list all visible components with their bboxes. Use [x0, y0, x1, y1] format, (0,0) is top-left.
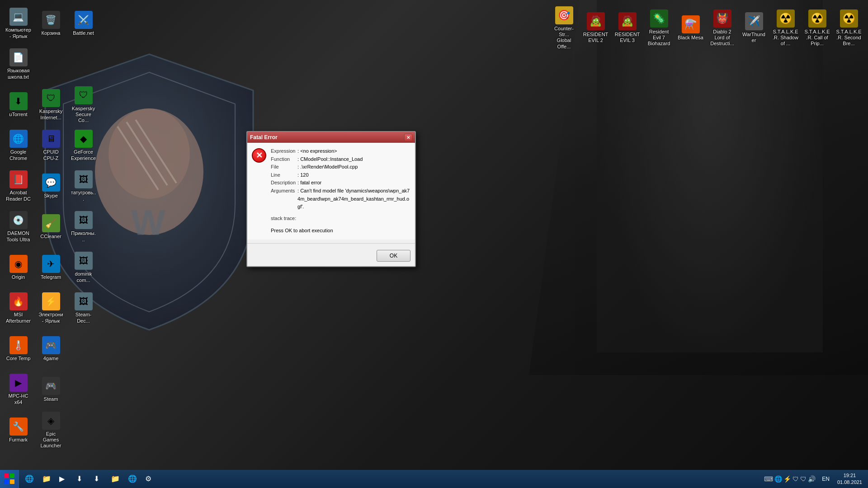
media-icon: ▶	[59, 474, 68, 483]
systray-sound-icon[interactable]: 🔊	[808, 475, 816, 483]
function-value: : CModelPool::Instance_Load	[297, 155, 410, 164]
explorer-icon: 📁	[42, 474, 51, 483]
function-label: Function	[271, 155, 297, 164]
dialog-title: Fatal Error	[250, 134, 278, 141]
dialog-separator	[247, 243, 415, 244]
error-text-block: Expression : <no expression> Function : …	[271, 147, 410, 235]
taskbar-clock[interactable]: 19:21 01.08.2021	[834, 472, 866, 486]
ok-button[interactable]: OK	[377, 250, 410, 262]
expression-value: : <no expression>	[297, 147, 410, 155]
dialog-content-area: ✕ Expression : <no expression> Function …	[252, 147, 410, 235]
language-indicator[interactable]: EN	[820, 476, 832, 482]
taskbar-settings[interactable]: ⚙	[142, 471, 158, 487]
taskbar-gamefolder[interactable]: 📁	[107, 471, 123, 487]
clock-date: 01.08.2021	[837, 479, 862, 486]
description-value: : fatal error	[297, 179, 410, 187]
utorrent2-tb-icon: ⬇	[94, 474, 103, 483]
press-ok-message: Press OK to abort execution	[271, 227, 410, 235]
systray-shield1-icon[interactable]: 🛡	[793, 475, 799, 483]
taskbar-ie[interactable]: 🌐	[21, 471, 38, 487]
settings-tb-icon: ⚙	[145, 474, 154, 483]
utorrent-tb-icon: ⬇	[76, 474, 85, 483]
file-label: File	[271, 163, 297, 171]
stack-trace-label: stack trace:	[271, 216, 296, 221]
arguments-value: : Can't find model file 'dynamics\weapon…	[297, 187, 410, 211]
error-icon: ✕	[252, 148, 266, 163]
stack-trace-text: stack trace:	[271, 215, 410, 223]
taskbar-programs-area: 🌐 📁 ▶ ⬇ ⬇ 📁 🌐 ⚙	[19, 470, 160, 488]
systray-shield2-icon[interactable]: 🛡	[800, 475, 807, 483]
line-value: : 120	[297, 171, 410, 179]
fatal-error-dialog: Fatal Error ✕ ✕ Expression	[246, 131, 416, 267]
gamefolder-icon: 📁	[111, 474, 120, 483]
dialog-body: ✕ Expression : <no expression> Function …	[247, 143, 415, 239]
error-x-icon: ✕	[256, 150, 263, 160]
systray-keyboard-icon[interactable]: ⌨	[764, 475, 773, 483]
desktop: 🎯 Counter-Str... Global Offe... 🧟 RESIDE…	[0, 0, 868, 488]
taskbar-media[interactable]: ▶	[56, 471, 72, 487]
chrome-tb-icon: 🌐	[128, 474, 137, 483]
systray-lightning-icon[interactable]: ⚡	[783, 475, 791, 483]
dialog-overlay: Fatal Error ✕ ✕ Expression	[0, 0, 868, 488]
taskbar: 🌐 📁 ▶ ⬇ ⬇ 📁 🌐 ⚙ ⌨ 🌐 ⚡ 🛡 🛡	[0, 470, 868, 488]
description-label: Description	[271, 179, 297, 187]
expression-label: Expression	[271, 147, 297, 155]
ie-icon: 🌐	[25, 474, 34, 483]
dialog-footer: OK	[247, 247, 415, 266]
start-button[interactable]	[0, 470, 19, 488]
file-value: : .\xrRender\ModelPool.cpp	[297, 163, 410, 171]
dialog-titlebar: Fatal Error ✕	[247, 132, 415, 143]
systray-network-icon[interactable]: 🌐	[774, 475, 782, 483]
taskbar-utorrent2[interactable]: ⬇	[90, 471, 106, 487]
taskbar-utorrent[interactable]: ⬇	[73, 471, 89, 487]
clock-time: 19:21	[844, 472, 856, 479]
taskbar-right-area: ⌨ 🌐 ⚡ 🛡 🛡 🔊 EN 19:21 01.08.2021	[760, 470, 868, 488]
ok-button-label: OK	[390, 253, 397, 259]
windows-logo-icon	[4, 474, 15, 484]
taskbar-chrome[interactable]: 🌐	[124, 471, 141, 487]
taskbar-explorer[interactable]: 📁	[38, 471, 55, 487]
close-icon: ✕	[406, 135, 410, 140]
arguments-label: Arguments	[271, 187, 297, 211]
dialog-close-button[interactable]: ✕	[404, 134, 412, 141]
line-label: Line	[271, 171, 297, 179]
system-tray: ⌨ 🌐 ⚡ 🛡 🛡 🔊	[762, 475, 818, 483]
